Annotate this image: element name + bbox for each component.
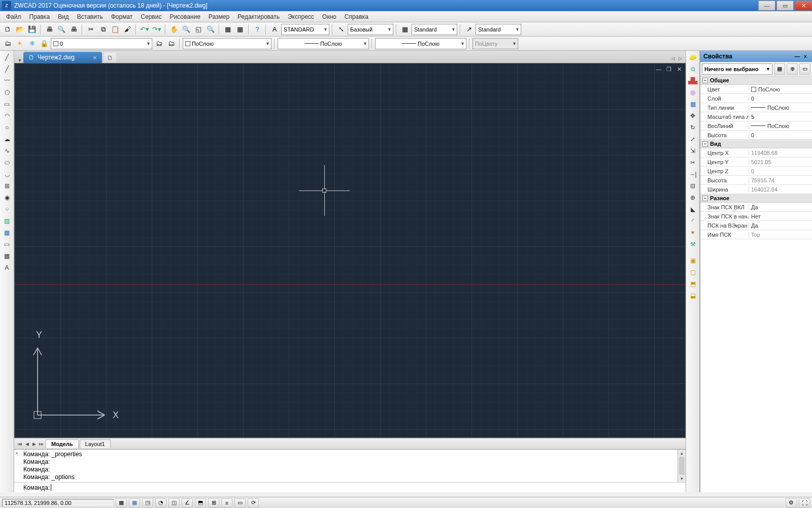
minimize-button[interactable]: — [758,1,775,11]
linetype-combo[interactable]: ПоСлою▼ [278,38,369,49]
cycle-icon[interactable]: ⟳ [248,498,259,507]
layout-prev[interactable]: ◀ [23,441,30,447]
print-preview-icon[interactable]: 🔍 [56,24,67,35]
open-icon[interactable]: 📂 [14,24,25,35]
property-row[interactable]: Высота75916.74 [700,176,812,185]
menu-window[interactable]: Окно [318,12,341,22]
model-paper-icon[interactable]: ▭ [234,498,246,507]
tab-nav-left[interactable]: ◁ [669,54,676,63]
draworder-under-icon[interactable]: ⬓ [687,290,698,301]
property-row[interactable]: ВесЛинийПоСлою [700,121,812,131]
join-icon[interactable]: ⊕ [687,192,698,203]
layout-first[interactable]: ⏮ [16,441,23,447]
viewport-close-icon[interactable]: ✕ [675,66,683,73]
cmdlog-scrollbar[interactable]: ▲▼ [678,450,686,482]
table-icon[interactable]: ▦ [2,250,13,262]
erase-icon[interactable]: 🧽 [687,52,698,63]
collapse-icon[interactable]: − [702,141,708,147]
paste-icon[interactable]: 📋 [110,24,121,35]
selection-combo[interactable]: Ничего не выбрано▼ [702,64,772,75]
clean-screen-icon[interactable]: ⛶ [799,498,810,507]
print-icon[interactable]: 🖶 [44,24,55,35]
property-row[interactable]: Высота0 [700,131,812,140]
command-log[interactable]: Команда: _properties Команда: Команда: К… [14,450,686,482]
mleaderstyle-combo[interactable]: Standard▼ [476,24,521,35]
close-tab-icon[interactable]: × [93,54,97,61]
property-row[interactable]: Знак ПСК в нач. ...Нет [700,212,812,221]
rotate-icon[interactable]: ↻ [687,122,698,133]
tool-icon[interactable]: ⚒ [687,239,698,250]
move-icon[interactable]: ✥ [687,110,698,121]
menu-express[interactable]: Экспресс [284,12,318,22]
pan-icon[interactable]: ✋ [168,24,180,35]
textstyle-combo[interactable]: STANDARD▼ [281,24,329,35]
layout-last[interactable]: ⏭ [38,441,45,447]
menu-help[interactable]: Справка [341,12,373,22]
property-value[interactable]: ПоСлою [749,105,812,111]
break-icon[interactable]: ⊟ [687,180,698,192]
draworder-back-icon[interactable]: ▢ [687,267,698,278]
grid-display-icon[interactable]: ▦ [129,498,140,507]
menu-format[interactable]: Формат [107,12,137,22]
close-button[interactable]: ✕ [795,1,812,11]
property-row[interactable]: Масштаб типа л...5 [700,112,812,121]
region-icon[interactable]: ▭ [2,239,13,250]
layout-next[interactable]: ▶ [30,441,38,447]
tab-model[interactable]: Модель [46,439,79,448]
file-tab-active[interactable]: 🗋 Чертеж2.dwg × [23,52,102,63]
property-row[interactable]: Центр Z0 [700,167,812,176]
property-row[interactable]: Тип линииПоСлою [700,103,812,112]
property-row[interactable]: Центр Y5021.05 [700,157,812,167]
cut-icon[interactable]: ✂ [85,24,96,35]
properties-body[interactable]: −ОбщиеЦветПоСлоюСлой0Тип линииПоСлоюМасш… [700,76,812,492]
help-icon[interactable]: ? [252,24,263,35]
viewport-minimize-icon[interactable]: — [655,66,663,73]
property-value[interactable]: Да [749,204,812,210]
command-input[interactable]: Команда: [14,482,686,492]
maximize-button[interactable]: ▭ [776,1,794,11]
otrack-icon[interactable]: ∠ [182,498,193,507]
viewport-restore-icon[interactable]: ❐ [665,66,673,73]
zoom-window-icon[interactable]: ◱ [193,24,204,35]
layer-lock-icon[interactable]: 🔒 [39,38,50,49]
property-row[interactable]: ПСК на ВЭкранДа [700,221,812,230]
layer-freeze-icon[interactable]: ❄ [26,38,38,49]
dimstyle-combo[interactable]: Базовый▼ [348,24,393,35]
stretch-icon[interactable]: ⇲ [687,145,698,156]
mtext-icon[interactable]: A [2,262,13,273]
property-category[interactable]: −Разное [700,194,812,203]
redo-icon[interactable]: ↷▾ [151,24,162,35]
offset-icon[interactable]: ◎ [687,87,698,98]
draworder-above-icon[interactable]: ⬒ [687,278,698,290]
scale-icon[interactable]: ⤢ [687,134,698,145]
property-row[interactable]: Знак ПСК ВКЛДа [700,203,812,212]
ellipse-icon[interactable]: ⬭ [2,157,13,168]
save-icon[interactable]: 💾 [26,24,38,35]
zoom-previous-icon[interactable]: 🔍 [205,24,216,35]
menu-service[interactable]: Сервис [137,12,165,22]
layer-previous-icon[interactable]: 🗂 [153,38,164,49]
donut-icon[interactable]: ◉ [2,192,13,203]
property-row[interactable]: Имя ПСКTop [700,230,812,239]
hatch-icon[interactable]: ▨ [2,215,13,227]
new-tab-button[interactable]: 🗋 [104,53,116,63]
arc-icon[interactable]: ◠ [2,110,13,121]
menu-edit[interactable]: Правка [25,12,54,22]
color-combo[interactable]: ПоСлою▼ [183,38,272,49]
properties-titlebar[interactable]: Свойства — × [700,51,812,62]
publish-icon[interactable]: 🖶 [68,24,79,35]
layer-states-icon[interactable]: 🗂 [165,38,177,49]
new-icon[interactable]: 🗋 [2,24,13,35]
dimstyle-icon[interactable]: ⤡ [335,24,347,35]
tab-layout1[interactable]: Layout1 [80,439,111,448]
gradient-icon[interactable]: ▦ [2,227,13,238]
menu-modify[interactable]: Редактировать [233,12,284,22]
polar-icon[interactable]: ◔ [155,498,166,507]
polyline-icon[interactable]: 〰 [2,75,13,86]
osnap-icon[interactable]: ◫ [168,498,180,507]
menu-view[interactable]: Вид [54,12,73,22]
property-value[interactable]: ПоСлою [749,123,812,129]
property-row[interactable]: ЦветПоСлою [700,85,812,94]
select-objects-icon[interactable]: ▭ [799,64,810,75]
property-row[interactable]: Ширина164012.64 [700,185,812,194]
